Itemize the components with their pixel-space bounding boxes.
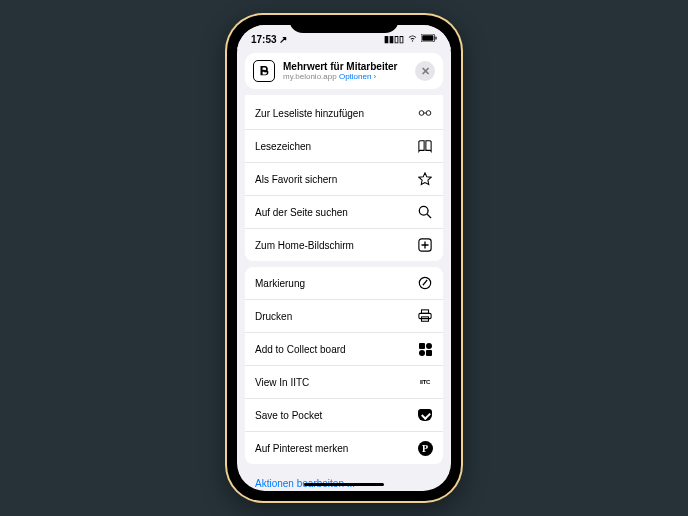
app-icon <box>253 60 275 82</box>
notch <box>289 15 399 33</box>
phone-frame: 17:53 ↗ ▮▮▯▯ Mehrwert für Mitarbeiter <box>225 13 463 503</box>
action-label: Markierung <box>255 278 305 289</box>
page-title: Mehrwert für Mitarbeiter <box>283 61 407 72</box>
action-bookmark[interactable]: Lesezeichen <box>245 130 443 163</box>
action-list: Zur Leseliste hinzufügen Lesezeichen Als… <box>245 95 443 491</box>
svg-rect-2 <box>435 36 436 39</box>
iitc-icon: IITC <box>417 374 433 390</box>
pocket-icon <box>417 407 433 423</box>
status-icons: ▮▮▯▯ <box>384 34 437 45</box>
marker-icon <box>417 275 433 291</box>
action-reading-list[interactable]: Zur Leseliste hinzufügen <box>245 95 443 130</box>
close-icon: ✕ <box>421 65 430 78</box>
svg-rect-9 <box>419 313 431 318</box>
svg-point-4 <box>426 111 431 116</box>
action-pocket[interactable]: Save to Pocket <box>245 399 443 432</box>
phone-bezel: 17:53 ↗ ▮▮▯▯ Mehrwert für Mitarbeiter <box>227 15 461 501</box>
svg-point-3 <box>419 111 424 116</box>
pinterest-icon: P <box>417 440 433 456</box>
action-label: Zur Leseliste hinzufügen <box>255 108 364 119</box>
search-icon <box>417 204 433 220</box>
svg-point-5 <box>419 206 428 215</box>
close-button[interactable]: ✕ <box>415 61 435 81</box>
action-pinterest[interactable]: Auf Pinterest merken P <box>245 432 443 464</box>
screen: 17:53 ↗ ▮▮▯▯ Mehrwert für Mitarbeiter <box>237 25 451 491</box>
action-print[interactable]: Drucken <box>245 300 443 333</box>
home-indicator[interactable] <box>304 483 384 486</box>
action-iitc[interactable]: View In IITC IITC <box>245 366 443 399</box>
printer-icon <box>417 308 433 324</box>
action-label: Add to Collect board <box>255 344 346 355</box>
action-home-screen[interactable]: Zum Home-Bildschirm <box>245 229 443 261</box>
action-label: Auf der Seite suchen <box>255 207 348 218</box>
action-label: Zum Home-Bildschirm <box>255 240 354 251</box>
action-markup[interactable]: Markierung <box>245 267 443 300</box>
action-label: Save to Pocket <box>255 410 322 421</box>
options-link[interactable]: Optionen › <box>339 72 376 81</box>
wifi-icon <box>407 34 418 45</box>
svg-rect-1 <box>422 35 433 41</box>
action-label: Drucken <box>255 311 292 322</box>
action-favorite[interactable]: Als Favorit sichern <box>245 163 443 196</box>
header-text: Mehrwert für Mitarbeiter my.belonio.app … <box>283 61 407 81</box>
plus-square-icon <box>417 237 433 253</box>
action-group: Markierung Drucken Add to Collect board … <box>245 267 443 464</box>
star-icon <box>417 171 433 187</box>
book-icon <box>417 138 433 154</box>
action-label: Lesezeichen <box>255 141 311 152</box>
glasses-icon <box>417 105 433 121</box>
action-collect[interactable]: Add to Collect board <box>245 333 443 366</box>
battery-icon <box>421 34 437 44</box>
action-label: View In IITC <box>255 377 309 388</box>
action-label: Als Favorit sichern <box>255 174 337 185</box>
edit-actions-link[interactable]: Aktionen bearbeiten ... <box>245 470 443 491</box>
status-time: 17:53 ↗ <box>251 34 287 45</box>
action-group: Zur Leseliste hinzufügen Lesezeichen Als… <box>245 95 443 261</box>
action-label: Auf Pinterest merken <box>255 443 348 454</box>
share-header: Mehrwert für Mitarbeiter my.belonio.app … <box>245 53 443 89</box>
collect-icon <box>417 341 433 357</box>
page-subtitle: my.belonio.app Optionen › <box>283 72 407 81</box>
signal-icon: ▮▮▯▯ <box>384 34 404 44</box>
action-find-on-page[interactable]: Auf der Seite suchen <box>245 196 443 229</box>
